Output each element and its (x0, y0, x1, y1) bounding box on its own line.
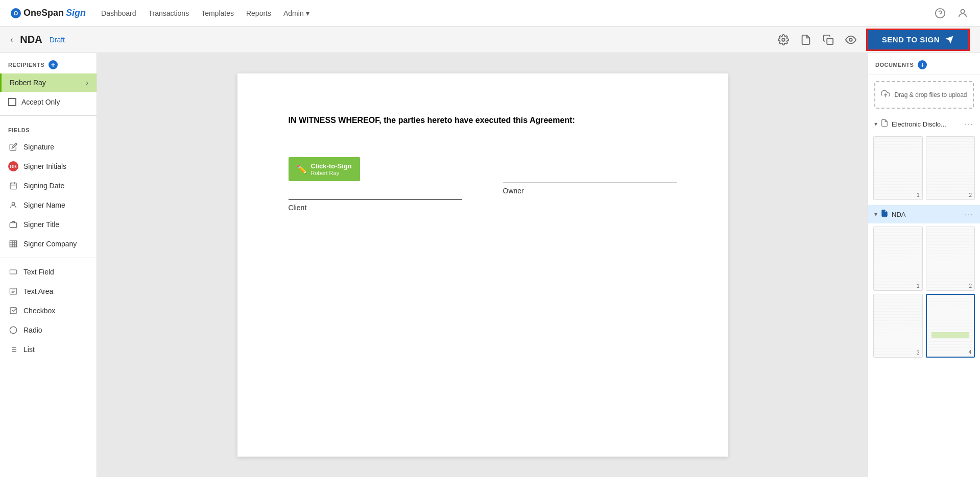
thumb-nda-4[interactable]: 4 (926, 294, 975, 358)
field-radio[interactable]: Radio (0, 320, 97, 340)
preview-icon[interactable] (844, 33, 858, 47)
radio-label: Radio (23, 326, 42, 334)
onespan-logo-icon: O (10, 8, 21, 19)
send-icon (945, 35, 954, 44)
nav-admin[interactable]: Admin ▾ (283, 9, 309, 17)
add-document-button[interactable]: + (918, 60, 927, 69)
nav-templates[interactable]: Templates (201, 9, 234, 17)
signer-title-label: Signer Title (23, 220, 59, 229)
logo[interactable]: O OneSpanSign (10, 8, 86, 19)
brand-name: OneSpan (23, 8, 64, 18)
field-initials[interactable]: RR Signer Initials (0, 157, 97, 176)
initials-badge: RR (8, 161, 18, 171)
accept-only-label: Accept Only (21, 98, 60, 106)
svg-point-5 (782, 38, 785, 41)
nda-more-options-icon[interactable]: ··· (965, 210, 974, 218)
main-layout: RECIPIENTS + Robert Ray › Accept Only FI… (0, 53, 980, 477)
click-to-sign-widget[interactable]: ✏️ Click-to-Sign Robert Ray (289, 157, 360, 181)
text-field-icon (8, 267, 18, 277)
brand-sign: Sign (66, 8, 86, 18)
field-list[interactable]: List (0, 340, 97, 359)
owner-sig-line: Owner (503, 183, 677, 195)
transaction-title: NDA (20, 34, 42, 45)
help-icon[interactable] (933, 6, 947, 20)
user-icon[interactable] (955, 6, 970, 20)
svg-rect-8 (10, 183, 16, 189)
send-to-sign-button[interactable]: SEND TO SIGN (866, 29, 970, 51)
chevron-down-icon: ▾ (306, 9, 309, 17)
checkbox-label: Checkbox (23, 307, 55, 315)
add-recipient-button[interactable]: + (49, 60, 58, 69)
initials-label: Signer Initials (23, 162, 66, 170)
svg-point-4 (961, 9, 964, 13)
field-signer-title[interactable]: Signer Title (0, 215, 97, 234)
nda-group-header[interactable]: ▾ NDA ··· (868, 205, 980, 223)
field-text-area[interactable]: Text Area (0, 282, 97, 301)
field-signature[interactable]: Signature (0, 137, 97, 157)
left-sidebar: RECIPIENTS + Robert Ray › Accept Only FI… (0, 53, 97, 477)
document-canvas: IN WITNESS WHEREOF, the parties hereto h… (97, 53, 868, 477)
field-signer-company[interactable]: Signer Company (0, 234, 97, 254)
recipient-item[interactable]: Robert Ray › (0, 73, 97, 92)
text-area-label: Text Area (23, 287, 53, 295)
fields-section-label: FIELDS (0, 120, 97, 137)
text-area-icon (8, 286, 18, 296)
drag-drop-zone[interactable]: Drag & drop files to upload (874, 81, 974, 109)
svg-rect-13 (10, 223, 16, 228)
nav-dashboard[interactable]: Dashboard (101, 9, 136, 17)
documents-label: DOCUMENTS (875, 62, 914, 68)
thumb-nda-2[interactable]: 2 (926, 227, 975, 290)
document-icon[interactable] (799, 33, 813, 47)
top-nav: O OneSpanSign Dashboard Transactions Tem… (0, 0, 980, 27)
calendar-icon (8, 181, 18, 191)
field-text-field[interactable]: Text Field (0, 262, 97, 282)
collapse-icon: ▾ (874, 120, 877, 128)
person-icon (8, 200, 18, 210)
nda-collapse-icon: ▾ (874, 211, 877, 218)
signature-area: ✏️ Click-to-Sign Robert Ray Client Owner (289, 157, 677, 212)
recipients-section: RECIPIENTS + (0, 53, 97, 73)
more-options-icon[interactable]: ··· (965, 120, 974, 128)
radio-icon (8, 325, 18, 335)
svg-rect-6 (827, 38, 833, 44)
back-button[interactable]: ‹ (10, 35, 13, 44)
sidebar-divider-2 (0, 258, 97, 258)
documents-header: DOCUMENTS + (868, 53, 980, 75)
accept-only-row[interactable]: Accept Only (0, 93, 97, 111)
field-checkbox[interactable]: Checkbox (0, 301, 97, 320)
electronic-disclosure-name: Electronic Disclo... (892, 120, 962, 128)
copy-icon[interactable] (821, 33, 835, 47)
settings-icon[interactable] (776, 33, 791, 47)
signature-icon (8, 142, 18, 152)
field-signer-name[interactable]: Signer Name (0, 195, 97, 215)
transaction-actions: SEND TO SIGN (776, 29, 970, 51)
field-signing-date[interactable]: Signing Date (0, 176, 97, 195)
svg-point-12 (12, 203, 14, 205)
thumb-nda-3[interactable]: 3 (873, 294, 923, 358)
signer-name-label: Signer Name (23, 201, 65, 209)
accept-only-checkbox[interactable] (8, 98, 16, 106)
electronic-disclosure-header[interactable]: ▾ Electronic Disclo... ··· (868, 115, 980, 133)
drag-drop-label: Drag & drop files to upload (894, 91, 967, 98)
signing-date-label: Signing Date (23, 182, 64, 190)
owner-signature-block: Owner (503, 157, 677, 212)
building-icon (8, 239, 18, 249)
nav-reports[interactable]: Reports (246, 9, 271, 17)
thumb-ed-2[interactable]: 2 (926, 136, 975, 200)
svg-rect-19 (10, 270, 16, 274)
sidebar-divider-1 (0, 115, 97, 116)
nda-group-name: NDA (892, 211, 962, 218)
sig-widget-text: Click-to-Sign Robert Ray (311, 162, 352, 176)
tag-icon (8, 219, 18, 230)
document-page: IN WITNESS WHEREOF, the parties hereto h… (237, 73, 728, 457)
svg-point-25 (10, 327, 16, 333)
electronic-disclosure-thumbnails: 1 2 (868, 133, 980, 203)
nav-transactions[interactable]: Transactions (149, 9, 189, 17)
client-signature-block: ✏️ Click-to-Sign Robert Ray Client (289, 157, 462, 212)
text-field-label: Text Field (23, 268, 54, 276)
nda-thumbnails: 1 2 3 4 (868, 223, 980, 361)
thumb-nda-1[interactable]: 1 (873, 227, 923, 290)
thumb-ed-1[interactable]: 1 (873, 136, 923, 200)
list-label: List (23, 345, 35, 354)
svg-text:O: O (14, 10, 18, 16)
